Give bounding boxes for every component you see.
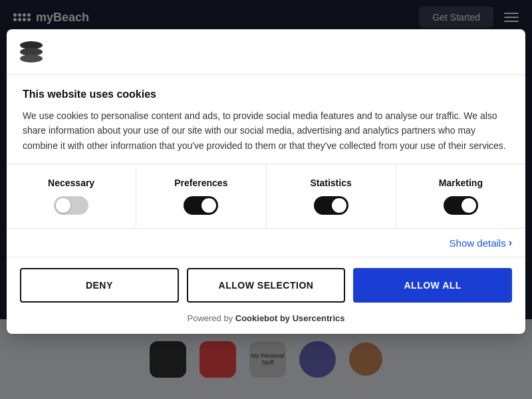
allow-selection-button[interactable]: ALLOW SELECTION (187, 268, 346, 303)
toggle-statistics: Statistics (267, 164, 396, 228)
toggle-necessary-switch[interactable] (54, 196, 88, 215)
toggle-preferences-switch[interactable] (184, 196, 218, 215)
show-details-row: Show details › (7, 229, 525, 257)
cookiebot-link[interactable]: Cookiebot by Usercentrics (235, 313, 345, 323)
toggle-marketing-label: Marketing (439, 178, 483, 188)
powered-by-text: Powered by (188, 313, 235, 323)
toggle-preferences-label: Preferences (174, 178, 227, 188)
show-details-link[interactable]: Show details › (450, 237, 512, 249)
toggle-necessary: Necessary (7, 164, 136, 228)
chevron-right-icon: › (509, 237, 512, 249)
buttons-row: DENY ALLOW SELECTION ALLOW ALL (7, 257, 525, 313)
toggle-statistics-label: Statistics (311, 178, 352, 188)
toggle-statistics-switch[interactable] (314, 196, 348, 215)
toggle-preferences: Preferences (136, 164, 266, 228)
allow-all-button[interactable]: ALLOW ALL (353, 268, 512, 303)
modal-logo-row (7, 29, 525, 75)
deny-button[interactable]: DENY (20, 268, 179, 303)
cookie-modal: This website uses cookies We use cookies… (7, 29, 525, 334)
stacked-disc-icon (20, 41, 44, 65)
modal-overlay: This website uses cookies We use cookies… (0, 0, 532, 399)
toggle-marketing-switch[interactable] (444, 196, 478, 215)
modal-description-section: This website uses cookies We use cookies… (7, 75, 525, 164)
toggle-necessary-label: Necessary (48, 178, 94, 188)
show-details-label: Show details (450, 237, 506, 249)
toggles-row: Necessary Preferences Statistics Marketi… (7, 164, 525, 229)
toggle-marketing: Marketing (396, 164, 525, 228)
powered-by-row: Powered by Cookiebot by Usercentrics (7, 313, 525, 334)
modal-title: This website uses cookies (23, 88, 509, 100)
modal-description: We use cookies to personalise content an… (23, 108, 509, 153)
